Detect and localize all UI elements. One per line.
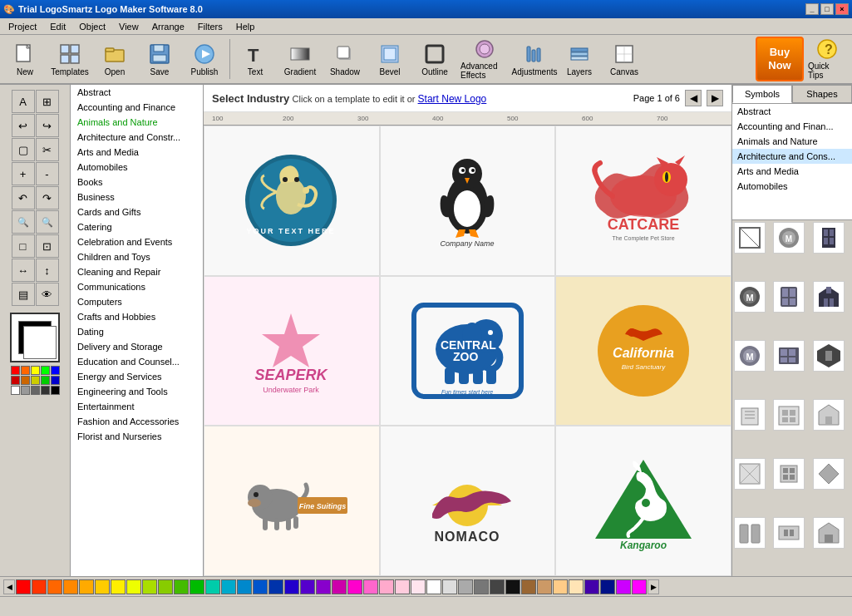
cat-crafts[interactable]: Crafts and Hobbies [71,309,203,324]
color-white[interactable] [11,386,20,395]
cat-arts[interactable]: Arts and Media [71,145,203,160]
tool-text[interactable]: T Text [234,37,277,81]
cat-delivery[interactable]: Delivery and Storage [71,339,203,354]
tool-zoom-out[interactable]: - [36,162,59,185]
bottom-color-23[interactable] [363,579,378,594]
symbol-4[interactable]: M [734,281,766,313]
template-california[interactable]: California Bird Sanctuary [555,276,731,426]
minimize-btn[interactable]: _ [805,3,819,15]
bottom-color-2[interactable] [32,579,47,594]
bottom-color-19[interactable] [300,579,315,594]
maximize-btn[interactable]: □ [820,3,834,15]
bottom-color-16[interactable] [253,579,268,594]
menu-object[interactable]: Object [74,20,111,33]
cat-entertainment[interactable]: Entertainment [71,399,203,414]
start-new-logo-link[interactable]: Start New Logo [418,93,487,105]
bottom-color-violet[interactable] [616,579,631,594]
cat-engineering[interactable]: Engineering and Tools [71,384,203,399]
color-darkred[interactable] [11,376,20,385]
menu-arrange[interactable]: Arrange [147,20,190,33]
color-yellow[interactable] [31,366,40,375]
cat-abstract[interactable]: Abstract [71,85,203,100]
tool-bevel[interactable]: Bevel [368,37,411,81]
cat-celebration[interactable]: Celebration and Events [71,234,203,249]
cat-computers[interactable]: Computers [71,294,203,309]
cat-accounting[interactable]: Accounting and Finance [71,100,203,115]
tool-magnify[interactable]: 🔍 [12,210,35,234]
tool-flip2[interactable]: ↕ [36,259,59,282]
tool-advanced-effects[interactable]: Advanced Effects [458,37,511,81]
tool-templates[interactable]: Templates [48,37,91,81]
rcat-abstract[interactable]: Abstract [732,104,852,119]
bottom-color-indigo[interactable] [584,579,599,594]
cat-energy[interactable]: Energy and Services [71,369,203,384]
menu-edit[interactable]: Edit [45,20,71,33]
tool-open[interactable]: Open [93,37,136,81]
template-scorpion[interactable]: YOUR TEXT HERE [204,126,380,276]
symbol-5[interactable] [773,281,805,313]
bottom-color-21[interactable] [332,579,347,594]
tool-redo[interactable]: ↪ [36,114,59,137]
rcat-accounting[interactable]: Accounting and Finan... [732,119,852,134]
cat-animals[interactable]: Animals and Nature [71,115,203,130]
prev-page-btn[interactable]: ◀ [685,90,702,106]
symbol-16[interactable] [734,517,766,549]
color-scroll-left[interactable]: ◀ [3,579,15,594]
buy-now-button[interactable]: Buy Now [756,37,804,81]
cat-cleaning[interactable]: Cleaning and Repair [71,264,203,279]
tool-image[interactable]: ⊞ [36,90,59,113]
symbol-1[interactable] [734,222,766,254]
bottom-color-17[interactable] [268,579,283,594]
symbol-13[interactable] [734,458,766,490]
tool-group[interactable]: ⊡ [36,234,59,258]
cat-florist[interactable]: Florist and Nurseries [71,429,203,444]
color-black[interactable] [51,386,60,395]
rcat-animals[interactable]: Animals and Nature [732,134,852,149]
cat-automobiles[interactable]: Automobiles [71,160,203,175]
tool-publish[interactable]: Publish [183,37,226,81]
rcat-architecture[interactable]: Architecture and Cons... [732,149,852,164]
color-navy[interactable] [51,376,60,385]
bottom-color-15[interactable] [237,579,252,594]
cat-catering[interactable]: Catering [71,219,203,234]
template-seaperk[interactable]: SEAPERK Underwater Park [204,276,380,426]
color-olive[interactable] [31,376,40,385]
tool-zoom-in[interactable]: + [12,162,35,185]
template-penguin[interactable]: Company Name [380,126,556,276]
bottom-color-11[interactable] [174,579,189,594]
bottom-color-20[interactable] [316,579,331,594]
tool-rotate-right[interactable]: ↷ [36,186,59,209]
bottom-color-gray[interactable] [458,579,473,594]
tool-adjustments[interactable]: Adjustments [513,37,556,81]
rcat-automobiles[interactable]: Automobiles [732,179,852,194]
tool-eye[interactable]: 👁 [36,283,59,306]
symbol-3[interactable] [813,222,845,254]
tool-outline[interactable]: Outline [413,37,456,81]
bottom-color-18[interactable] [284,579,299,594]
tool-undo[interactable]: ↩ [12,114,35,137]
color-charcoal[interactable] [41,386,50,395]
tab-symbols[interactable]: Symbols [732,85,792,103]
bottom-color-12[interactable] [190,579,204,594]
bottom-color-3[interactable] [47,579,62,594]
template-catcare[interactable]: CATCARE The Complete Pet Store [555,126,731,276]
bottom-color-black[interactable] [505,579,520,594]
bottom-color-13[interactable] [205,579,220,594]
color-dkgreen[interactable] [41,376,50,385]
tab-shapes[interactable]: Shapes [792,85,852,103]
template-finesuitings[interactable]: Fine Suitings [204,426,380,576]
color-gray[interactable] [21,386,30,395]
cat-dating[interactable]: Dating [71,324,203,339]
tool-quick-tips[interactable]: ? Quick Tips [805,37,849,81]
bottom-color-25[interactable] [395,579,410,594]
menu-help[interactable]: Help [231,20,260,33]
tool-cut[interactable]: ✂ [36,138,59,161]
tool-magnify2[interactable]: 🔍 [36,210,59,234]
cat-children[interactable]: Children and Toys [71,249,203,264]
color-blue[interactable] [51,366,60,375]
bottom-color-5[interactable] [79,579,94,594]
bottom-color-14[interactable] [221,579,236,594]
bottom-color-darkblue[interactable] [600,579,615,594]
tool-text-insert[interactable]: A [12,90,35,113]
bottom-color-brown[interactable] [521,579,536,594]
